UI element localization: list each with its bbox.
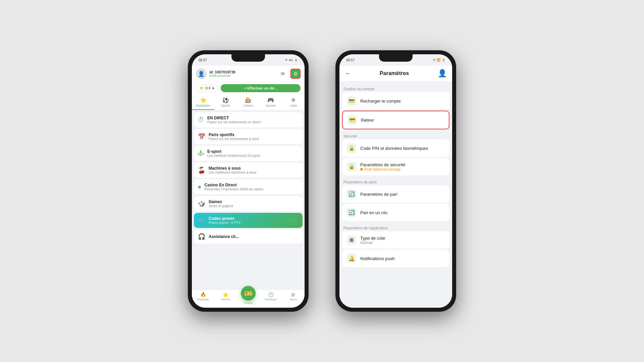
en-direct-icon: ⏱ bbox=[198, 116, 204, 123]
menu-item-paris-sportifs[interactable]: 📅 Paris sportifs Pariez sur les événemen… bbox=[194, 129, 303, 144]
balance-pill[interactable]: 📁 0 F ▾ bbox=[196, 84, 218, 92]
en-direct-text: EN DIRECT Pariez sur les événements en d… bbox=[207, 116, 261, 124]
bottom-nav-favoris[interactable]: ⭐ Favoris bbox=[214, 292, 237, 304]
settings-item-code-pin[interactable]: 🔒 Code PIN et données biométriques bbox=[342, 139, 449, 157]
retirer-icon: 💳 bbox=[347, 115, 357, 125]
warning-dot bbox=[360, 168, 363, 171]
settings-item-params-securite[interactable]: 🔒 Paramètres de sécurité Profil faibleme… bbox=[342, 158, 449, 175]
wallet-icon: 📁 bbox=[200, 86, 204, 90]
params-pari-icon: 🔄 bbox=[347, 189, 356, 199]
settings-item-notifications[interactable]: 🔔 Notifications push bbox=[342, 250, 449, 267]
assistance-icon: 🎧 bbox=[198, 233, 205, 240]
section-title-securite: Sécurité bbox=[342, 131, 449, 139]
bottom-historique-label: Historique bbox=[265, 298, 277, 301]
status-time-1: 06:57 bbox=[199, 58, 207, 62]
balance-amount: 0 F bbox=[206, 86, 211, 90]
codes-promo-icon: 🛒 bbox=[198, 217, 205, 224]
machines-sub: Les meilleures machines à sous bbox=[209, 171, 256, 174]
settings-button[interactable]: ⚙ bbox=[290, 69, 301, 79]
tab-sports[interactable]: ⚽ Sports bbox=[214, 96, 237, 110]
menu-item-codes-promo[interactable]: 🛒 Codes promo Points promo : 0 PTS 🛒 bbox=[194, 213, 303, 228]
paris-sportifs-title: Paris sportifs bbox=[209, 132, 259, 137]
bottom-coupon-label: Coupon bbox=[244, 301, 253, 304]
bottom-nav: 🔥 Populaire ⭐ Favoris 🎫 Coupon 🕐 Histori… bbox=[192, 290, 305, 308]
tab-casino-icon: 🎰 bbox=[245, 97, 252, 103]
params-securite-icon: 🔒 bbox=[347, 162, 356, 171]
profile-id: id: 1007019739 bbox=[209, 70, 235, 74]
tab-casino[interactable]: 🎰 Casino bbox=[237, 96, 259, 110]
profile-section: 👤 id: 1007019739 Profil personnel bbox=[196, 68, 235, 79]
menu-item-esport[interactable]: 🕹 E-sport Les meilleurs événements d'e-s… bbox=[194, 146, 303, 161]
mail-button[interactable]: ✉ bbox=[278, 69, 288, 79]
recharger-icon: 💳 bbox=[347, 96, 356, 106]
tab-populaires-icon: ⭐ bbox=[200, 97, 207, 103]
casino-direct-text: Casino En Direct Ressentez l'impression … bbox=[205, 183, 264, 191]
retirer-text: Retirer bbox=[361, 118, 374, 123]
settings-header: ← Paramètres 👤 bbox=[339, 66, 452, 81]
code-pin-text: Code PIN et données biométriques bbox=[360, 146, 428, 151]
casino-direct-sub: Ressentez l'impression d'être au casino bbox=[205, 187, 264, 191]
header-icons: ✉ ⚙ bbox=[278, 69, 301, 79]
battery-icon: 🔋 bbox=[294, 58, 298, 62]
status-icons-1: P 4G 🔋 bbox=[285, 58, 298, 62]
bottom-populaire-label: Populaire bbox=[198, 298, 209, 301]
bottom-nav-historique[interactable]: 🕐 Historique bbox=[260, 292, 282, 304]
esport-sub: Les meilleurs événements d'e-sport bbox=[207, 154, 260, 158]
profile-sub: Profil personnel bbox=[209, 74, 235, 77]
tab-games[interactable]: 🎮 Games bbox=[260, 96, 282, 110]
games-text: Games Jouez et gagnez bbox=[209, 199, 233, 208]
tab-games-label: Games bbox=[266, 104, 276, 107]
menu-item-games[interactable]: 🎲 Games Jouez et gagnez bbox=[194, 196, 303, 211]
params-pari-text: Paramètres de pari bbox=[360, 192, 397, 197]
menu-item-machines[interactable]: 🍒 Machines à sous Les meilleures machine… bbox=[194, 163, 303, 178]
avatar: 👤 bbox=[196, 68, 207, 79]
signal-icon: P bbox=[285, 58, 287, 62]
params-securite-title: Paramètres de sécurité bbox=[360, 162, 405, 167]
deposit-button[interactable]: + Effectuer un dé... bbox=[221, 84, 301, 92]
notch-2 bbox=[379, 54, 413, 62]
tab-sports-icon: ⚽ bbox=[222, 97, 229, 103]
settings-content: Gestion du compte 💳 Recharger le compte … bbox=[339, 81, 452, 308]
balance-bar: 📁 0 F ▾ + Effectuer un dé... bbox=[192, 82, 305, 94]
settings-item-params-pari[interactable]: 🔄 Paramètres de pari bbox=[342, 185, 449, 203]
machines-icon: 🍒 bbox=[198, 167, 205, 174]
type-cote-title: Type de cote bbox=[360, 236, 385, 241]
settings-item-type-cote[interactable]: ⊞ Type de cote Décimal bbox=[342, 231, 449, 249]
pari-clic-text: Pari en un clic bbox=[360, 210, 388, 215]
flame-icon: 🔥 bbox=[200, 292, 206, 297]
tab-populaires[interactable]: ⭐ Populaires bbox=[192, 96, 214, 110]
app-header: 👤 id: 1007019739 Profil personnel ✉ ⚙ bbox=[192, 66, 305, 82]
menu-item-casino-direct[interactable]: ♠ Casino En Direct Ressentez l'impressio… bbox=[194, 179, 303, 194]
coupon-button[interactable]: 🎫 bbox=[241, 286, 256, 301]
bottom-nav-coupon[interactable]: 🎫 Coupon bbox=[237, 286, 259, 304]
casino-direct-icon: ♠ bbox=[198, 183, 201, 190]
tab-autre-icon: ❋ bbox=[291, 97, 296, 103]
battery-icon-2: 🔋 bbox=[442, 58, 445, 62]
codes-promo-sub: Points promo : 0 PTS bbox=[209, 221, 240, 225]
notifications-text: Notifications push bbox=[360, 256, 395, 261]
settings-list-paris: 🔄 Paramètres de pari 🔄 Pari en un clic bbox=[342, 185, 449, 221]
codes-promo-text: Codes promo Points promo : 0 PTS bbox=[209, 216, 240, 225]
back-button[interactable]: ← bbox=[345, 70, 351, 77]
type-cote-icon: ⊞ bbox=[347, 235, 356, 245]
assistance-title: Assistance cli... bbox=[209, 234, 239, 239]
bottom-nav-populaire[interactable]: 🔥 Populaire bbox=[192, 292, 214, 304]
params-securite-text: Paramètres de sécurité Profil faiblement… bbox=[360, 162, 405, 171]
menu-item-assistance[interactable]: 🎧 Assistance cli... bbox=[194, 230, 303, 244]
code-pin-title: Code PIN et données biométriques bbox=[360, 146, 428, 151]
tab-autre[interactable]: ❋ Autre bbox=[282, 96, 305, 110]
pari-clic-title: Pari en un clic bbox=[360, 210, 388, 215]
settings-title: Paramètres bbox=[355, 70, 434, 76]
casino-direct-title: Casino En Direct bbox=[205, 183, 264, 187]
settings-item-retirer[interactable]: 💳 Retirer bbox=[342, 111, 449, 129]
en-direct-sub: Pariez sur les événements en direct bbox=[207, 120, 261, 124]
codes-promo-title: Codes promo bbox=[209, 216, 240, 221]
menu-item-en-direct[interactable]: ⏱ EN DIRECT Pariez sur les événements en… bbox=[194, 112, 303, 127]
bottom-nav-menu[interactable]: ⊞ Menu bbox=[282, 292, 305, 304]
machines-title: Machines à sous bbox=[209, 166, 256, 171]
settings-item-pari-clic[interactable]: 🔄 Pari en un clic bbox=[342, 204, 449, 221]
retirer-title: Retirer bbox=[361, 118, 374, 123]
settings-item-recharger[interactable]: 💳 Recharger le compte bbox=[342, 92, 449, 110]
tab-autre-label: Autre bbox=[290, 104, 297, 107]
tab-populaires-label: Populaires bbox=[196, 104, 210, 107]
